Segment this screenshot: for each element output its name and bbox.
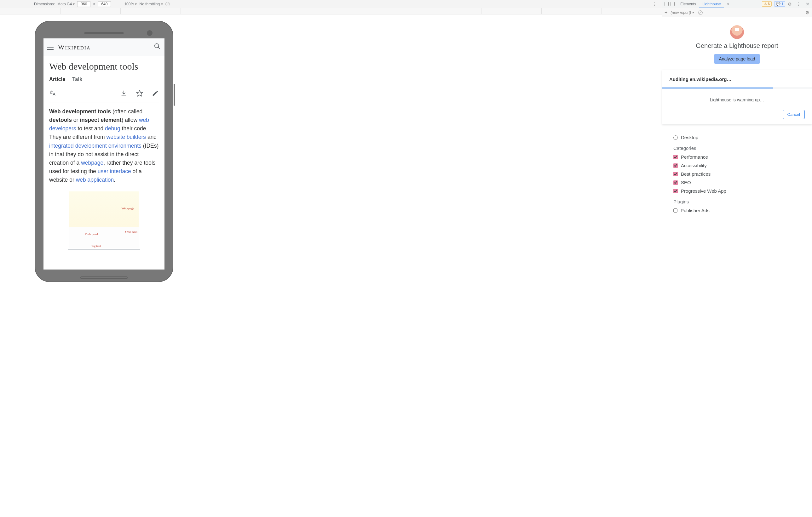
audit-status: Lighthouse is warming up… (669, 97, 805, 102)
link-debug[interactable]: debug (105, 125, 120, 132)
search-icon[interactable] (154, 43, 161, 51)
link-user-interface[interactable]: user interface (98, 168, 131, 175)
edit-pencil-icon[interactable] (152, 90, 159, 98)
device-width-input[interactable] (77, 1, 90, 7)
ruler (0, 8, 662, 14)
phone-speaker (84, 32, 124, 34)
tab-elements[interactable]: Elements (677, 2, 699, 6)
category-seo[interactable]: SEO (673, 178, 803, 187)
cancel-button[interactable]: Cancel (783, 110, 805, 119)
tab-talk[interactable]: Talk (72, 76, 82, 85)
bold-text: devtools (49, 117, 72, 123)
checkbox-seo[interactable] (673, 180, 678, 185)
category-performance[interactable]: Performance (673, 153, 803, 161)
categories-heading: Categories (673, 146, 803, 151)
phone-camera (147, 30, 152, 36)
no-throttle-icon[interactable] (166, 2, 170, 6)
bold-text: Web development tools (49, 108, 111, 115)
zoom-selector[interactable]: 100% (124, 2, 137, 6)
wiki-header: Wikipedia (44, 38, 165, 56)
language-icon[interactable] (49, 90, 56, 98)
svg-point-0 (155, 44, 159, 48)
plugins-heading: Plugins (673, 199, 803, 204)
phone-frame: Wikipedia Web development tools Article … (35, 21, 173, 282)
wiki-tabs: Article Talk (49, 76, 159, 85)
wikipedia-logo[interactable]: Wikipedia (58, 43, 91, 51)
checkbox-best-practices[interactable] (673, 172, 678, 176)
tab-article[interactable]: Article (49, 76, 65, 85)
inspect-element-icon[interactable] (665, 2, 669, 6)
svg-line-1 (158, 47, 160, 49)
checkbox-pwa[interactable] (673, 189, 678, 193)
emulated-page: Wikipedia Web development tools Article … (44, 38, 165, 270)
link-web-application[interactable]: web application (76, 177, 114, 183)
link-ides[interactable]: integrated development environments (49, 143, 142, 149)
wiki-body: Web development tools Article Talk (44, 56, 165, 255)
audit-progress-bar (662, 88, 812, 89)
bold-text: inspect element (80, 117, 121, 123)
device-toolbar: Dimensions: Moto G4 × 100% No throttling… (0, 0, 662, 8)
gear-icon[interactable]: ⚙ (788, 2, 792, 7)
messages-badge[interactable]: 💬 1 (774, 1, 785, 7)
devtools-pane: Elements Lighthouse ⚠ 6 💬 1 ⚙ ⋮ ✕ + (new… (662, 0, 812, 517)
device-emulation-pane: Dimensions: Moto G4 × 100% No throttling… (0, 0, 662, 517)
hamburger-menu-icon[interactable] (47, 45, 54, 50)
figure-label-webpage: Web-page (122, 207, 134, 210)
star-icon[interactable] (136, 90, 143, 98)
category-best-practices[interactable]: Best practices (673, 170, 803, 178)
device-selector[interactable]: Moto G4 (57, 2, 75, 6)
plugin-publisher-ads[interactable]: Publisher Ads (673, 206, 803, 215)
tabs-overflow-icon[interactable] (724, 2, 733, 6)
lighthouse-settings-icon[interactable]: ⚙ (805, 10, 810, 15)
category-accessibility[interactable]: Accessibility (673, 161, 803, 170)
warnings-badge[interactable]: ⚠ 6 (762, 1, 772, 7)
throttling-selector[interactable]: No throttling (139, 2, 163, 6)
radio-desktop[interactable] (673, 135, 678, 140)
devtools-menu-icon[interactable]: ⋮ (794, 1, 803, 7)
close-icon[interactable]: ✕ (806, 2, 810, 7)
audit-title: Auditing en.wikipedia.org… (669, 77, 805, 82)
lighthouse-subbar: + (new report) ⚙ (662, 8, 812, 17)
report-selector[interactable]: (new report) (670, 10, 694, 15)
device-height-input[interactable] (98, 1, 111, 7)
devtools-tabs: Elements Lighthouse ⚠ 6 💬 1 ⚙ ⋮ ✕ (662, 0, 812, 8)
article-lead-paragraph: Web development tools (often called devt… (49, 108, 159, 184)
figure-label-styles-panel: Styles panel (125, 231, 137, 233)
dimensions-label: Dimensions: (34, 2, 55, 6)
dimension-times: × (93, 2, 95, 6)
device-toggle-icon[interactable] (670, 2, 675, 6)
device-stage: Wikipedia Web development tools Article … (0, 14, 662, 517)
figure-label-code-panel: Code panel (85, 233, 98, 236)
device-option-desktop[interactable]: Desktop (673, 133, 803, 142)
auditing-overlay: Auditing en.wikipedia.org… Lighthouse is… (662, 70, 812, 124)
device-toolbar-menu-icon[interactable]: ⋮ (650, 1, 659, 7)
link-webpage[interactable]: webpage (81, 160, 103, 166)
checkbox-accessibility[interactable] (673, 163, 678, 168)
phone-home-bar (80, 276, 127, 279)
figure-label-tag-trail: Tag trail (91, 244, 101, 247)
clear-icon[interactable] (698, 10, 703, 15)
article-figure[interactable]: Web-page Code panel Styles panel Tag tra… (68, 190, 140, 250)
tab-lighthouse[interactable]: Lighthouse (699, 0, 724, 8)
phone-side-button (174, 84, 175, 106)
page-title: Web development tools (49, 61, 159, 72)
svg-marker-2 (137, 90, 142, 96)
link-website-builders[interactable]: website builders (107, 134, 146, 140)
article-actions (49, 85, 159, 103)
lighthouse-title: Generate a Lighthouse report (696, 42, 778, 50)
category-pwa[interactable]: Progressive Web App (673, 187, 803, 195)
checkbox-publisher-ads[interactable] (673, 208, 677, 213)
download-icon[interactable] (120, 90, 127, 98)
checkbox-performance[interactable] (673, 155, 678, 159)
analyze-page-load-button[interactable]: Analyze page load (714, 54, 759, 64)
lighthouse-logo-icon (730, 25, 744, 39)
new-report-plus-icon[interactable]: + (665, 10, 667, 16)
